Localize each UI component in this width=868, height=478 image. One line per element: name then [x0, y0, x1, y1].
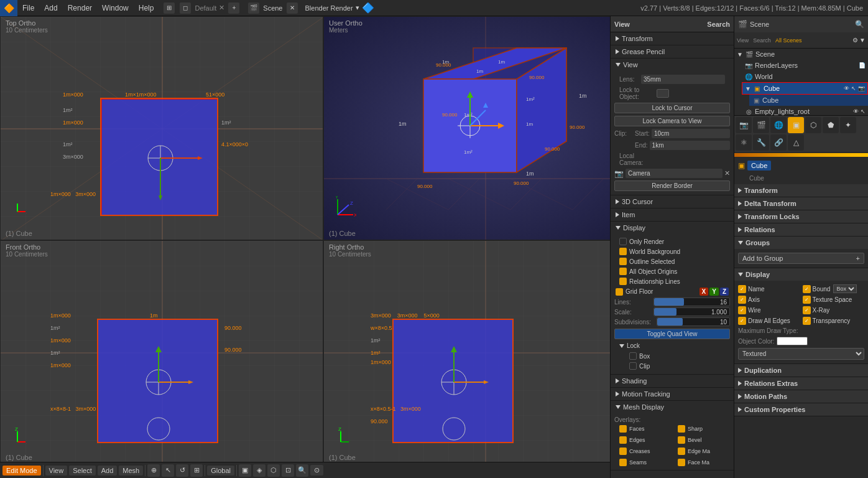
props-groups-header[interactable]: Groups — [734, 237, 868, 249]
menu-add[interactable]: Add — [39, 0, 62, 16]
viewport-top-right[interactable]: 90.000 1m² 1m² 90.000 1m 1m 1m 1m² 1m 90… — [323, 16, 610, 240]
viewport-bottom-left[interactable]: 1m×000 1m 1m² 1m×000 1m² 1m×000 x×8×8-1 … — [0, 240, 323, 464]
lock-camera-btn[interactable]: Lock Camera to View — [614, 116, 730, 126]
select-tool[interactable]: ↖ — [162, 464, 174, 477]
relations-checkbox[interactable] — [619, 278, 627, 285]
n-section-transform-header[interactable]: Transform — [611, 32, 734, 45]
scene-close-icon[interactable]: ✕ — [287, 2, 298, 14]
props-relations-extras-header[interactable]: Relations Extras — [734, 377, 868, 390]
outliner-item-world[interactable]: 🌐 World — [742, 71, 868, 82]
renderlayers-page-icon[interactable]: 📄 — [859, 62, 866, 68]
obj-color-chip[interactable] — [777, 337, 808, 345]
tab-object-data[interactable]: △ — [788, 134, 804, 151]
menu-file[interactable]: File — [17, 0, 39, 16]
props-custom-props-header[interactable]: Custom Properties — [734, 403, 868, 416]
props-relations-header[interactable]: Relations — [734, 223, 868, 236]
view-icon-3[interactable]: ⬡ — [267, 464, 280, 477]
outline-checkbox[interactable] — [619, 258, 627, 265]
origins-checkbox[interactable] — [619, 268, 627, 275]
viewport-top-left[interactable]: 1m×000 1m×1m×000 51×000 1m² 1m×000 1m² 1… — [0, 16, 323, 240]
edit-mode-btn[interactable]: Edit Mode — [2, 466, 41, 476]
n-section-mesh-display-header[interactable]: Mesh Display — [611, 401, 734, 413]
n-section-motion-tracking-header[interactable]: Motion Tracking — [611, 388, 734, 400]
n-panel-search[interactable]: Search — [707, 21, 730, 28]
tab-world[interactable]: 🌐 — [770, 117, 787, 133]
menu-render[interactable]: Render — [63, 0, 97, 16]
menu-view-btn[interactable]: View — [45, 466, 68, 476]
texture-space-checkbox[interactable]: ✓ — [803, 296, 811, 304]
n-section-grease-header[interactable]: Grease Pencil — [611, 45, 734, 58]
tab-scene[interactable]: 🎬 — [753, 117, 769, 133]
outliner-search-icon[interactable]: 🔍 — [855, 20, 864, 29]
lens-input[interactable] — [641, 75, 725, 84]
snap-icon[interactable]: 🔍 — [296, 464, 308, 477]
outliner-all-scenes[interactable]: All Scenes — [775, 37, 802, 44]
face-ma-cb[interactable] — [678, 459, 685, 466]
xray-checkbox[interactable]: ✓ — [803, 306, 811, 314]
grid-floor-checkbox[interactable] — [616, 288, 623, 296]
menu-help[interactable]: Help — [134, 0, 159, 16]
empty-cursor-icon[interactable]: ↖ — [861, 108, 866, 115]
tab-constraints[interactable]: 🔗 — [770, 134, 787, 151]
tab-material[interactable]: ⬟ — [823, 117, 839, 133]
cube-render-icon[interactable]: 📷 — [858, 85, 865, 91]
wire-checkbox[interactable]: ✓ — [738, 306, 746, 314]
creases-cb[interactable] — [619, 448, 627, 455]
tab-render[interactable]: 📷 — [736, 117, 752, 133]
outliner-item-cube-mesh[interactable]: ▣ Cube — [749, 95, 868, 106]
tab-modifiers[interactable]: 🔧 — [753, 134, 769, 151]
props-locks-header[interactable]: Transform Locks — [734, 210, 868, 223]
empty-eye-icon[interactable]: 👁 — [853, 108, 859, 115]
seams-cb[interactable] — [619, 459, 627, 466]
y-btn[interactable]: Y — [709, 288, 719, 296]
only-render-checkbox[interactable] — [619, 238, 627, 245]
n-section-cursor-header[interactable]: 3D Cursor — [611, 195, 734, 208]
bound-checkbox[interactable]: ✓ — [803, 285, 811, 293]
global-btn[interactable]: Global — [207, 466, 234, 476]
lines-slider[interactable]: 16 — [653, 298, 730, 306]
scale-slider[interactable]: 1.000 — [653, 307, 730, 316]
rotate-tool[interactable]: ↺ — [176, 464, 188, 477]
proportional-btn[interactable]: ⊙ — [310, 465, 323, 476]
view-icon-4[interactable]: ⊡ — [282, 464, 294, 477]
view-icon-1[interactable]: ▣ — [239, 464, 251, 477]
faces-cb[interactable] — [619, 425, 627, 433]
textured-select[interactable]: Textured — [738, 348, 864, 360]
outliner-filter-icon[interactable]: ▼ — [859, 37, 866, 44]
lock-object-input[interactable] — [657, 89, 669, 98]
viewport-bottom-right[interactable]: 3m×000 3m×000 5×000 w×8×0.5 1m² 1m² 1m×0… — [323, 240, 610, 464]
menu-mesh-btn[interactable]: Mesh — [119, 466, 143, 476]
camera-input[interactable] — [626, 169, 723, 178]
cube-eye-icon[interactable]: 👁 — [844, 85, 849, 91]
outliner-item-empty[interactable]: ◎ Empty_lights_root 👁 ↖ — [742, 106, 868, 116]
outliner-item-scene[interactable]: ▼ 🎬 Scene — [734, 49, 868, 60]
view-icon-2[interactable]: ◈ — [253, 464, 265, 477]
props-transform-header[interactable]: Transform — [734, 184, 868, 197]
n-section-display-header[interactable]: Display — [611, 222, 734, 234]
box-checkbox[interactable] — [629, 352, 637, 360]
props-display-header[interactable]: Display — [734, 268, 868, 281]
outliner-item-cube[interactable]: ▼ ▣ Cube 👁 ↖ 📷 — [742, 82, 868, 95]
clip-start-input[interactable] — [652, 129, 730, 138]
outliner-item-renderlayers[interactable]: 📷 RenderLayers 📄 — [742, 60, 868, 71]
scene-icon[interactable]: 🎬 — [248, 2, 259, 14]
tab-object[interactable]: ▣ — [788, 117, 804, 133]
props-delta-header[interactable]: Delta Transform — [734, 197, 868, 210]
camera-close-icon[interactable]: ✕ — [724, 169, 730, 177]
draw-edges-checkbox[interactable]: ✓ — [738, 317, 746, 325]
menu-select-btn[interactable]: Select — [69, 466, 96, 476]
n-section-view-header[interactable]: View — [611, 59, 734, 71]
cursor-tool[interactable]: ⊕ — [147, 464, 160, 477]
clip-end-input[interactable] — [650, 141, 730, 150]
bound-type-select[interactable]: Box — [833, 284, 857, 293]
props-motion-paths-header[interactable]: Motion Paths — [734, 390, 868, 403]
outliner-props-icon[interactable]: ⚙ — [852, 37, 858, 44]
tab-particle[interactable]: ✦ — [840, 117, 856, 133]
menu-add-btn[interactable]: Add — [98, 466, 118, 476]
tab-physics[interactable]: ⚛ — [736, 134, 752, 151]
edge-ma-cb[interactable] — [678, 448, 685, 455]
name-checkbox[interactable]: ✓ — [738, 285, 746, 293]
menu-window[interactable]: Window — [97, 0, 134, 16]
edges-cb[interactable] — [619, 436, 627, 444]
quad-view-btn[interactable]: Toggle Quad View — [614, 329, 730, 339]
